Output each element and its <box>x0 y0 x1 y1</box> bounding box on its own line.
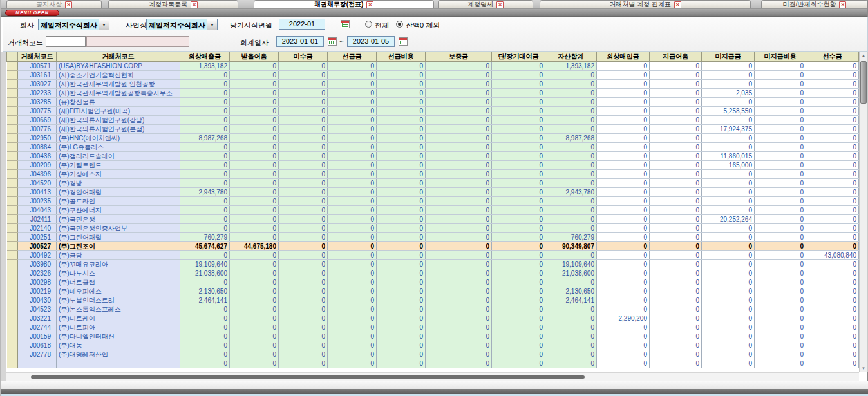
amount-cell[interactable]: 0 <box>755 143 806 152</box>
amount-cell[interactable]: 0 <box>597 188 650 197</box>
amount-cell[interactable]: 0 <box>650 215 702 224</box>
amount-cell[interactable]: 0 <box>806 197 859 206</box>
amount-cell[interactable]: 0 <box>545 197 597 206</box>
amount-cell[interactable]: 0 <box>492 71 545 80</box>
amount-cell[interactable]: 0 <box>230 350 279 359</box>
amount-cell[interactable]: 0 <box>650 233 702 242</box>
amount-cell[interactable]: 0 <box>545 89 597 98</box>
column-header[interactable]: 단/장기대여금 <box>492 52 545 62</box>
amount-cell[interactable]: 0 <box>230 179 279 188</box>
amount-cell[interactable]: 0 <box>545 143 597 152</box>
amount-cell[interactable]: 0 <box>650 161 702 170</box>
amount-cell[interactable]: 0 <box>279 251 328 260</box>
amount-cell[interactable]: 0 <box>377 107 426 116</box>
amount-cell[interactable]: 0 <box>279 152 328 161</box>
partner-code-cell[interactable]: J00492 <box>18 251 57 260</box>
amount-cell[interactable]: 0 <box>597 71 650 80</box>
amount-cell[interactable]: 0 <box>755 269 806 278</box>
row-indicator-cell[interactable] <box>7 251 18 260</box>
amount-cell[interactable]: 0 <box>492 242 545 251</box>
amount-cell[interactable]: 0 <box>328 332 377 341</box>
amount-cell[interactable]: 0 <box>426 98 492 107</box>
amount-cell[interactable]: 0 <box>426 197 492 206</box>
amount-cell[interactable]: 0 <box>650 62 702 71</box>
grid-row[interactable]: J02778(주)대명레저산업0000000000000 <box>7 350 859 359</box>
amount-cell[interactable]: 0 <box>230 287 279 296</box>
grid-row[interactable]: J02140(주)국민은행인증사업부0000000000000 <box>7 224 859 233</box>
amount-cell[interactable]: 0 <box>806 224 859 233</box>
amount-cell[interactable]: 0 <box>492 323 545 332</box>
amount-cell[interactable]: 0 <box>702 278 755 287</box>
amount-cell[interactable]: 0 <box>492 224 545 233</box>
amount-cell[interactable]: 0 <box>650 260 702 269</box>
partner-name-cell[interactable]: (주)노블인더스트리 <box>57 296 180 305</box>
amount-cell[interactable]: 0 <box>426 89 492 98</box>
amount-cell[interactable]: 0 <box>426 206 492 215</box>
grid-row[interactable]: J00669(재)한국의류시험연구원(강남)0000000000000 <box>7 116 859 125</box>
amount-cell[interactable]: 0 <box>545 323 597 332</box>
grid-row[interactable]: J04520(주)경방0000000000000 <box>7 179 859 188</box>
amount-cell[interactable]: 0 <box>597 89 650 98</box>
radio-all-label[interactable]: 전체 <box>375 21 389 30</box>
amount-cell[interactable]: 0 <box>755 260 806 269</box>
amount-cell[interactable]: 0 <box>279 332 328 341</box>
partner-name-cell[interactable]: (주)구산에너지 <box>57 206 180 215</box>
amount-cell[interactable]: 0 <box>702 269 755 278</box>
amount-cell[interactable]: 0 <box>597 224 650 233</box>
amount-cell[interactable]: 5,258,550 <box>702 107 755 116</box>
amount-cell[interactable]: 0 <box>650 71 702 80</box>
amount-cell[interactable]: 0 <box>650 89 702 98</box>
amount-cell[interactable]: 0 <box>597 332 650 341</box>
column-header[interactable]: 미지급금 <box>702 52 755 62</box>
column-header[interactable]: 외상매입금 <box>597 52 650 62</box>
amount-cell[interactable]: 0 <box>180 116 230 125</box>
amount-cell[interactable]: 0 <box>545 251 597 260</box>
row-indicator-cell[interactable] <box>7 134 18 143</box>
amount-cell[interactable]: 0 <box>328 323 377 332</box>
partner-name-cell[interactable]: (주)꼬매요코리아 <box>57 260 180 269</box>
amount-cell[interactable]: 0 <box>650 80 702 89</box>
partner-name-cell[interactable]: (사)한국관세무역개발원공항특송사무소 <box>57 89 180 98</box>
amount-cell[interactable]: 0 <box>755 278 806 287</box>
row-indicator-cell[interactable] <box>7 359 18 368</box>
amount-cell[interactable]: 0 <box>279 143 328 152</box>
amount-cell[interactable]: 0 <box>328 242 377 251</box>
amount-cell[interactable]: 0 <box>426 260 492 269</box>
amount-cell[interactable]: 0 <box>180 179 230 188</box>
amount-cell[interactable]: 0 <box>755 179 806 188</box>
partner-code-cell[interactable]: J00430 <box>18 296 57 305</box>
amount-cell[interactable]: 0 <box>328 287 377 296</box>
amount-cell[interactable]: 0 <box>279 188 328 197</box>
amount-cell[interactable]: 0 <box>328 305 377 314</box>
amount-cell[interactable]: 0 <box>597 296 650 305</box>
amount-cell[interactable]: 0 <box>377 179 426 188</box>
amount-cell[interactable]: 0 <box>180 197 230 206</box>
amount-cell[interactable]: 0 <box>755 80 806 89</box>
partner-code-cell[interactable]: J00235 <box>18 197 57 206</box>
amount-cell[interactable]: 0 <box>545 179 597 188</box>
amount-cell[interactable]: 0 <box>328 359 377 368</box>
partner-name-cell[interactable]: (주)대농 <box>57 341 180 350</box>
amount-cell[interactable]: 0 <box>180 107 230 116</box>
amount-cell[interactable]: 0 <box>806 134 859 143</box>
row-indicator-cell[interactable] <box>7 179 18 188</box>
amount-cell[interactable]: 0 <box>230 305 279 314</box>
amount-cell[interactable]: 0 <box>492 305 545 314</box>
partner-code-cell[interactable]: J03161 <box>18 71 57 80</box>
grid-row[interactable]: J03285(유)창신물류0000000000000 <box>7 98 859 107</box>
partner-code-cell[interactable]: J03980 <box>18 260 57 269</box>
amount-cell[interactable]: 2,290,200 <box>597 314 650 323</box>
amount-cell[interactable]: 0 <box>279 206 328 215</box>
amount-cell[interactable]: 0 <box>755 197 806 206</box>
amount-cell[interactable]: 0 <box>328 269 377 278</box>
amount-cell[interactable]: 0 <box>230 251 279 260</box>
amount-cell[interactable]: 0 <box>279 161 328 170</box>
amount-cell[interactable]: 0 <box>806 89 859 98</box>
amount-cell[interactable]: 0 <box>180 80 230 89</box>
amount-cell[interactable]: 0 <box>180 170 230 179</box>
amount-cell[interactable]: 0 <box>230 152 279 161</box>
amount-cell[interactable]: 0 <box>377 359 426 368</box>
amount-cell[interactable]: 0 <box>806 188 859 197</box>
amount-cell[interactable]: 0 <box>426 341 492 350</box>
amount-cell[interactable]: 0 <box>279 242 328 251</box>
